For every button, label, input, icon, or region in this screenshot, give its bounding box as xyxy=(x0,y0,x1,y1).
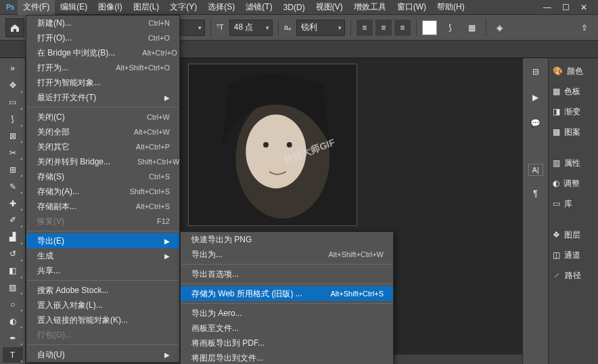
file-menu-item[interactable]: 新建(N)...Ctrl+N xyxy=(26,16,179,30)
export-menu-item[interactable]: 导出为 Aero... xyxy=(181,306,393,321)
menu-type[interactable]: 文字(Y) xyxy=(164,0,202,15)
file-menu-item[interactable]: 最近打开文件(T)▶ xyxy=(26,90,179,105)
menu-edit[interactable]: 编辑(E) xyxy=(55,0,93,15)
eraser-tool[interactable]: ◧ xyxy=(3,263,23,279)
panel-chat-icon[interactable]: 💬 xyxy=(528,115,544,131)
menu-layer[interactable]: 图层(L) xyxy=(128,0,165,15)
file-menu-item: 恢复(V)F12 xyxy=(26,214,179,229)
file-menu-item[interactable]: 打开为智能对象... xyxy=(26,75,179,90)
pattern-icon: ▩ xyxy=(553,127,560,137)
move-tool[interactable]: ✥ xyxy=(3,78,23,93)
file-menu-item[interactable]: 存储(S)Ctrl+S xyxy=(26,169,179,184)
menu-item-shortcut: Shift+Ctrl+W xyxy=(137,158,179,166)
menu-select[interactable]: 选择(S) xyxy=(202,0,240,15)
menu-image[interactable]: 图像(I) xyxy=(93,0,127,15)
panel-patterns[interactable]: ▩图案 xyxy=(549,122,598,142)
menu-file[interactable]: 文件(F) xyxy=(18,0,55,15)
crop-tool[interactable]: ✂ xyxy=(3,145,23,160)
menu-3d[interactable]: 3D(D) xyxy=(278,0,310,15)
menu-item-label: 自动(U) xyxy=(37,349,164,361)
3d-icon[interactable]: ◈ xyxy=(492,20,508,36)
menu-item-label: 共享... xyxy=(37,265,170,277)
panel-channels[interactable]: ◫通道 xyxy=(549,245,598,265)
history-brush-tool[interactable]: ↺ xyxy=(3,246,23,262)
panel-color[interactable]: 🎨颜色 xyxy=(549,61,598,81)
file-menu-item[interactable]: 关闭全部Alt+Ctrl+W xyxy=(26,124,179,139)
export-menu-item[interactable]: 画板至文件... xyxy=(181,321,393,336)
file-menu-item[interactable]: 打开(O)...Ctrl+O xyxy=(26,30,179,45)
frame-tool[interactable]: ⊞ xyxy=(3,162,23,177)
panel-properties[interactable]: ▥属性 xyxy=(549,153,598,173)
pen-tool[interactable]: ✒ xyxy=(3,330,23,346)
menu-plugins[interactable]: 增效工具 xyxy=(348,0,392,15)
file-menu-item[interactable]: 存储副本...Alt+Ctrl+S xyxy=(26,199,179,214)
file-menu-item[interactable]: 关闭其它Alt+Ctrl+P xyxy=(26,139,179,154)
file-menu-item[interactable]: 置入嵌入对象(L)... xyxy=(26,298,179,313)
align-center-icon[interactable]: ≡ xyxy=(375,20,392,36)
menu-window[interactable]: 窗口(W) xyxy=(392,0,432,15)
file-menu-item[interactable]: 在 Bridge 中浏览(B)...Alt+Ctrl+O xyxy=(26,45,179,60)
dodge-tool[interactable]: ◐ xyxy=(3,313,23,329)
blur-tool[interactable]: ○ xyxy=(3,296,23,312)
healing-tool[interactable]: ✚ xyxy=(3,196,23,211)
panel-adjustments[interactable]: ◐调整 xyxy=(549,173,598,194)
menu-item-shortcut: Shift+Ctrl+S xyxy=(130,187,170,196)
eyedropper-tool[interactable]: ✎ xyxy=(3,179,23,194)
export-menu-item[interactable]: 导出首选项... xyxy=(181,267,393,281)
menu-view[interactable]: 视图(V) xyxy=(310,0,348,15)
menu-item-shortcut: Ctrl+N xyxy=(149,19,170,27)
export-menu-item[interactable]: 存储为 Web 所用格式 (旧版) ...Alt+Shift+Ctrl+S xyxy=(181,286,393,301)
panel-libraries[interactable]: ▭库 xyxy=(549,194,598,214)
align-left-icon[interactable]: ≡ xyxy=(356,20,373,36)
marquee-tool[interactable]: ▭ xyxy=(3,95,23,110)
expand-toolbox-icon[interactable]: » xyxy=(3,61,23,76)
type-tool[interactable]: T xyxy=(3,347,23,363)
export-menu-item[interactable]: 导出为...Alt+Shift+Ctrl+W xyxy=(181,247,393,262)
stamp-tool[interactable]: ▟ xyxy=(3,229,23,245)
panel-db-icon[interactable]: ⊟ xyxy=(528,64,544,80)
menu-item-label: 置入嵌入对象(L)... xyxy=(37,300,170,311)
quick-select-tool[interactable]: ⊠ xyxy=(3,129,23,144)
lasso-tool[interactable]: ⟆ xyxy=(3,112,23,127)
antialias-select[interactable]: 锐利 xyxy=(296,20,345,36)
panel-paths[interactable]: ⟋路径 xyxy=(549,265,598,286)
warp-text-icon[interactable]: ⟆ xyxy=(442,20,459,36)
panel-gradients[interactable]: ◨渐变 xyxy=(549,101,598,122)
window-minimize-icon[interactable]: — xyxy=(543,3,551,12)
file-menu-item[interactable]: 关闭(C)Ctrl+W xyxy=(26,110,179,124)
file-menu-item[interactable]: 关闭并转到 Bridge...Shift+Ctrl+W xyxy=(26,154,179,169)
color-swatch-icon[interactable] xyxy=(422,20,437,35)
gradient-tool[interactable]: ▨ xyxy=(3,280,23,296)
menu-help[interactable]: 帮助(H) xyxy=(432,0,470,15)
grid-icon: ▦ xyxy=(553,87,560,96)
align-right-icon[interactable]: ≡ xyxy=(394,20,411,36)
para-panel-icon[interactable]: ¶ xyxy=(528,185,544,202)
file-menu-item[interactable]: 自动(U)▶ xyxy=(26,347,179,362)
file-menu-item[interactable]: 存储为(A)...Shift+Ctrl+S xyxy=(26,184,179,199)
panel-swatches[interactable]: ▦色板 xyxy=(549,81,598,101)
share-icon[interactable]: ⇪ xyxy=(576,20,593,36)
menu-filter[interactable]: 滤镜(T) xyxy=(240,0,277,15)
char-panel-icon[interactable]: A| xyxy=(528,164,543,176)
file-menu-item[interactable]: 置入链接的智能对象(K)... xyxy=(26,313,179,327)
file-menu-item[interactable]: 共享... xyxy=(26,263,179,278)
file-menu-item[interactable]: 搜索 Adobe Stock... xyxy=(26,283,179,298)
panel-layers[interactable]: ❖图层 xyxy=(549,225,598,245)
font-size-select[interactable]: 48 点 xyxy=(229,20,273,36)
export-menu-item[interactable]: 快速导出为 PNG xyxy=(181,232,393,247)
export-menu-divider xyxy=(181,264,392,265)
panels-icon[interactable]: ▦ xyxy=(464,20,480,36)
file-menu-item[interactable]: 生成▶ xyxy=(26,248,179,263)
panel-play-icon[interactable]: ▶ xyxy=(528,89,544,106)
brush-tool[interactable]: ✐ xyxy=(3,212,23,228)
export-menu-item[interactable]: 将画板导出到 PDF... xyxy=(181,336,393,350)
export-menu-item[interactable]: 将图层导出到文件... xyxy=(181,350,393,364)
file-menu-item[interactable]: 导出(E)▶ xyxy=(26,233,179,248)
home-icon[interactable] xyxy=(5,18,24,37)
window-close-icon[interactable]: ✕ xyxy=(580,3,587,12)
menu-item-label: 最近打开文件(T) xyxy=(37,92,164,104)
channels-icon: ◫ xyxy=(553,250,560,260)
gradient-icon: ◨ xyxy=(553,107,560,116)
window-maximize-icon[interactable]: ☐ xyxy=(562,3,570,12)
file-menu-item[interactable]: 打开为...Alt+Shift+Ctrl+O xyxy=(26,60,179,75)
